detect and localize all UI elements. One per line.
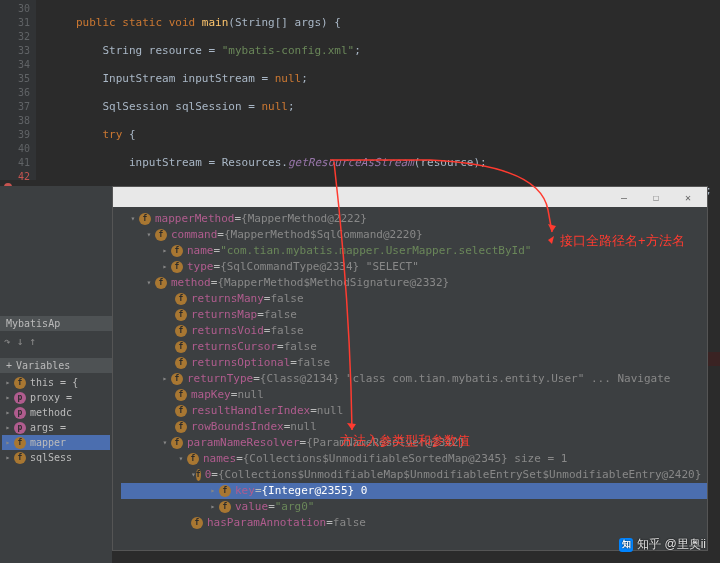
close-icon[interactable]: ✕ bbox=[673, 189, 703, 205]
annotation-label-2: 方法入参类型和参数值 bbox=[340, 432, 470, 450]
variables-tree[interactable]: ▸fthis = { ▸pproxy = ▸pmethodc ▸pargs = … bbox=[0, 373, 112, 467]
maximize-icon[interactable]: ☐ bbox=[641, 189, 671, 205]
debug-tree[interactable]: ▾fmapperMethod = {MapperMethod@2222} ▾fc… bbox=[113, 207, 707, 550]
annotation-label-1: 接口全路径名+方法名 bbox=[560, 232, 685, 250]
gutter: 303132 333435 363738 394041 424344 45464… bbox=[0, 0, 36, 180]
frames-tab[interactable]: MybatisAp bbox=[0, 316, 112, 331]
zhihu-icon: 知 bbox=[619, 538, 633, 552]
variables-header[interactable]: + Variables bbox=[0, 358, 112, 373]
plus-icon[interactable]: + bbox=[6, 360, 12, 371]
keyword: public static void bbox=[76, 16, 195, 29]
code-area[interactable]: public static void main(String[] args) {… bbox=[36, 0, 720, 180]
minimize-icon[interactable]: — bbox=[609, 189, 639, 205]
step-out-icon[interactable]: ↑ bbox=[29, 335, 36, 348]
step-icon[interactable]: ↷ bbox=[4, 335, 11, 348]
step-into-icon[interactable]: ↓ bbox=[17, 335, 24, 348]
watermark: 知 知乎 @里奥ii bbox=[619, 536, 706, 553]
method-name: main bbox=[202, 16, 229, 29]
debug-toolbar: ↷ ↓ ↑ bbox=[0, 331, 112, 352]
code-editor: 303132 333435 363738 394041 424344 45464… bbox=[0, 0, 720, 180]
debug-sidebar: MybatisAp ↷ ↓ ↑ + Variables ▸fthis = { ▸… bbox=[0, 186, 112, 563]
popup-titlebar[interactable]: — ☐ ✕ bbox=[113, 187, 707, 207]
